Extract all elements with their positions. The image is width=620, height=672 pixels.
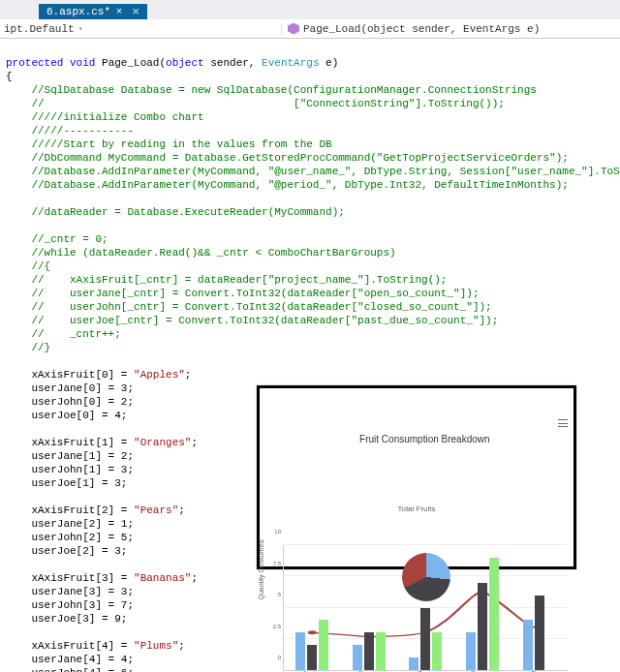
bar-group-pears: Pears xyxy=(397,545,454,670)
nav-bar: ipt.Default ▾ Page_Load(object sender, E… xyxy=(0,19,620,39)
bar-group-apples: Apples xyxy=(284,545,341,670)
chart-ylabel: Quantity Consumed xyxy=(255,540,268,600)
bar-group-plums: Plums xyxy=(511,545,568,670)
bar-group-oranges: Oranges xyxy=(341,545,398,670)
pin-icon[interactable]: ⤫ xyxy=(132,6,140,17)
method-label: Page_Load(object sender, EventArgs e) xyxy=(303,23,540,35)
code-line: protected void xyxy=(6,57,102,69)
chart-menu-icon[interactable] xyxy=(558,419,568,427)
chart-yaxis: Quantity Consumed 0 2.5 5 7.5 10 xyxy=(265,545,283,671)
file-tab[interactable]: 6.aspx.cs* × ⤫ xyxy=(39,4,147,19)
chart-title: Fruit Consumption Breakdown xyxy=(265,419,568,473)
tab-bar: 6.aspx.cs* × ⤫ xyxy=(0,0,620,19)
class-dropdown[interactable]: ipt.Default ▾ xyxy=(0,23,281,35)
method-dropdown[interactable]: Page_Load(object sender, EventArgs e) xyxy=(281,23,620,35)
bar-jane xyxy=(295,632,305,670)
class-label: ipt.Default xyxy=(4,23,75,35)
method-icon xyxy=(288,23,299,35)
tab-label: 6.aspx.cs* xyxy=(46,6,110,17)
close-icon[interactable]: × xyxy=(116,7,122,17)
bar-joe xyxy=(319,620,328,670)
chart-plot: Apples Oranges Pears xyxy=(283,545,568,671)
chevron-down-icon: ▾ xyxy=(78,24,83,33)
bar-group-bananas: Bananas xyxy=(454,545,512,670)
code-editor[interactable]: protected void Page_Load(object sender, … xyxy=(0,39,620,672)
chart-preview: Fruit Consumption Breakdown Total Fruits… xyxy=(257,385,576,569)
chart-subtitle: Total Fruits xyxy=(265,503,568,516)
